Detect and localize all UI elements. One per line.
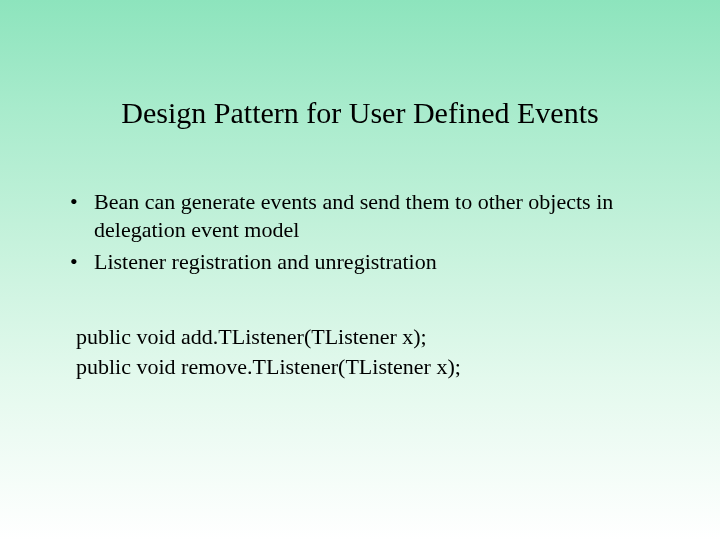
bullet-item: Listener registration and unregistration bbox=[66, 248, 660, 276]
bullet-item: Bean can generate events and send them t… bbox=[66, 188, 660, 244]
bullet-text: Bean can generate events and send them t… bbox=[94, 189, 613, 242]
slide: Design Pattern for User Defined Events B… bbox=[0, 0, 720, 540]
bullet-text: Listener registration and unregistration bbox=[94, 249, 437, 274]
code-line: public void remove.TListener(TListener x… bbox=[76, 352, 660, 382]
slide-title: Design Pattern for User Defined Events bbox=[0, 96, 720, 130]
slide-body: Bean can generate events and send them t… bbox=[66, 188, 660, 382]
code-block: public void add.TListener(TListener x); … bbox=[66, 322, 660, 381]
code-line: public void add.TListener(TListener x); bbox=[76, 322, 660, 352]
bullet-list: Bean can generate events and send them t… bbox=[66, 188, 660, 276]
